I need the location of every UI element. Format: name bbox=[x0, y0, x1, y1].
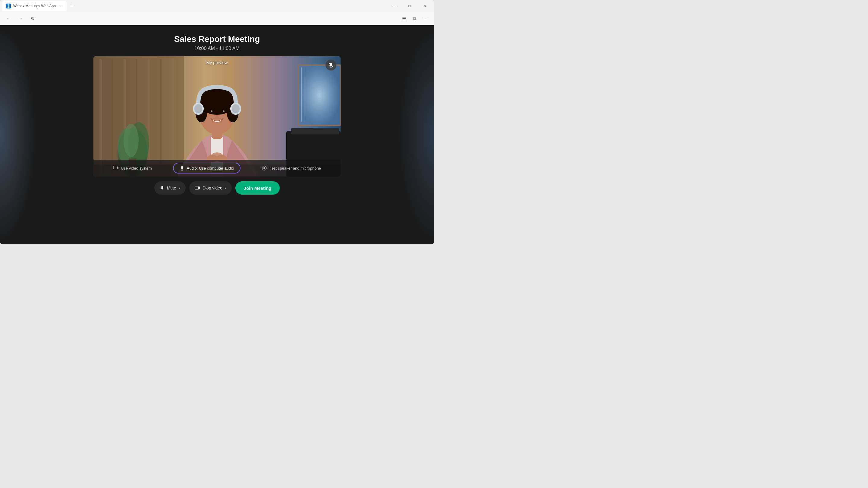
preview-label: My preview bbox=[207, 60, 228, 65]
test-speaker-button[interactable]: Test speaker and microphone bbox=[258, 164, 324, 173]
svg-rect-10 bbox=[160, 59, 161, 173]
svg-rect-6 bbox=[112, 59, 113, 173]
svg-rect-17 bbox=[299, 65, 341, 125]
back-button[interactable]: ← bbox=[4, 14, 13, 24]
svg-point-35 bbox=[194, 104, 202, 113]
mute-button[interactable]: Mute ▾ bbox=[154, 181, 186, 195]
svg-rect-19 bbox=[301, 67, 302, 122]
video-bottom-controls: Use video system Audio: Use computer aud… bbox=[93, 160, 341, 176]
meeting-time: 10:00 AM - 11:00 AM bbox=[174, 46, 260, 51]
use-video-system-button[interactable]: Use video system bbox=[110, 164, 155, 172]
close-button[interactable]: ✕ bbox=[418, 1, 432, 11]
browser-tab[interactable]: Webex Meetings Web App ✕ bbox=[2, 1, 67, 11]
toolbar: ← → ↻ ☰ ⧉ ··· bbox=[0, 12, 434, 25]
svg-point-48 bbox=[264, 167, 265, 169]
menu-icon[interactable]: ☰ bbox=[399, 14, 409, 24]
svg-rect-22 bbox=[291, 128, 339, 134]
action-bar: Mute ▾ Stop video ▾ Join Meeting bbox=[154, 176, 280, 199]
maximize-button[interactable]: □ bbox=[403, 1, 416, 11]
new-tab-button[interactable]: + bbox=[68, 2, 76, 10]
stop-video-chevron[interactable]: ▾ bbox=[225, 187, 226, 190]
join-label: Join Meeting bbox=[244, 186, 272, 191]
video-scene bbox=[93, 56, 341, 176]
content-area: Sales Report Meeting 10:00 AM - 11:00 AM bbox=[0, 25, 434, 244]
svg-point-36 bbox=[232, 104, 240, 113]
svg-rect-9 bbox=[148, 59, 150, 173]
tab-close-btn[interactable]: ✕ bbox=[58, 4, 63, 8]
svg-rect-51 bbox=[195, 186, 198, 190]
stop-video-button[interactable]: Stop video ▾ bbox=[189, 181, 232, 195]
stop-video-label: Stop video bbox=[203, 186, 222, 190]
meeting-title: Sales Report Meeting bbox=[174, 34, 260, 44]
more-icon[interactable]: ··· bbox=[421, 14, 430, 24]
minimize-button[interactable]: — bbox=[388, 1, 401, 11]
test-label: Test speaker and microphone bbox=[270, 166, 321, 170]
svg-point-30 bbox=[221, 110, 225, 113]
audio-mute-indicator[interactable] bbox=[326, 60, 336, 70]
forward-button[interactable]: → bbox=[16, 14, 25, 24]
video-preview-container: My preview bbox=[93, 56, 341, 176]
svg-rect-20 bbox=[304, 67, 304, 122]
title-bar: Webex Meetings Web App ✕ + — □ ✕ bbox=[0, 0, 434, 12]
tab-title-text: Webex Meetings Web App bbox=[13, 4, 56, 8]
svg-rect-44 bbox=[113, 166, 117, 169]
tab-strip: Webex Meetings Web App ✕ + bbox=[2, 1, 385, 11]
svg-point-29 bbox=[209, 110, 213, 113]
svg-rect-11 bbox=[172, 59, 174, 173]
sidebar-icon[interactable]: ⧉ bbox=[410, 14, 420, 24]
svg-point-31 bbox=[211, 110, 213, 112]
svg-point-32 bbox=[223, 110, 224, 112]
audio-label: Audio: Use computer audio bbox=[187, 166, 234, 170]
svg-rect-5 bbox=[99, 59, 102, 173]
window-controls: — □ ✕ bbox=[388, 1, 432, 11]
meeting-title-area: Sales Report Meeting 10:00 AM - 11:00 AM bbox=[174, 25, 260, 56]
tab-favicon bbox=[6, 4, 11, 8]
join-meeting-button[interactable]: Join Meeting bbox=[236, 181, 280, 195]
mute-label: Mute bbox=[167, 186, 176, 190]
browser-window: Webex Meetings Web App ✕ + — □ ✕ ← → ↻ ☰… bbox=[0, 0, 434, 244]
svg-point-15 bbox=[124, 124, 138, 157]
toolbar-right: ☰ ⧉ ··· bbox=[399, 14, 430, 24]
reload-button[interactable]: ↻ bbox=[28, 14, 37, 24]
audio-computer-button[interactable]: Audio: Use computer audio bbox=[173, 163, 241, 173]
video-system-label: Use video system bbox=[121, 166, 152, 170]
mute-chevron[interactable]: ▾ bbox=[179, 187, 180, 190]
